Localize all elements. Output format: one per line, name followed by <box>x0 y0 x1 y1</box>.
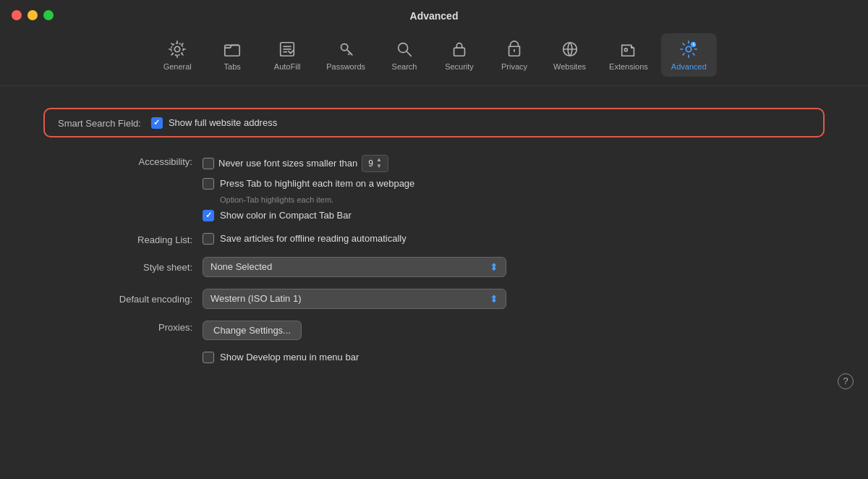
smart-search-field-row: Smart Search Field: Show full website ad… <box>43 108 825 137</box>
privacy-icon <box>504 39 524 59</box>
default-encoding-label: Default encoding: <box>43 292 203 305</box>
tab-autofill[interactable]: AutoFill <box>261 33 313 77</box>
never-font-size-row: Never use font sizes smaller than 9 ▲ ▼ <box>203 155 414 172</box>
accessibility-content: Never use font sizes smaller than 9 ▲ ▼ … <box>203 155 414 221</box>
tab-general[interactable]: General <box>151 33 203 77</box>
font-size-stepper[interactable]: ▲ ▼ <box>376 157 382 170</box>
show-color-row: Show color in Compact Tab Bar <box>203 210 414 221</box>
develop-menu-spacer <box>43 357 203 358</box>
minimize-button[interactable] <box>27 10 38 20</box>
tab-tabs-label: Tabs <box>224 62 241 71</box>
window-title: Advanced <box>410 10 459 22</box>
svg-rect-13 <box>624 48 627 51</box>
style-sheet-label: Style sheet: <box>43 260 203 273</box>
tab-passwords[interactable]: Passwords <box>316 33 375 77</box>
develop-menu-row: Show Develop menu in menu bar <box>43 352 825 370</box>
style-sheet-chevron: ⬍ <box>490 261 498 273</box>
svg-point-0 <box>174 46 179 51</box>
svg-rect-2 <box>225 45 239 56</box>
develop-menu-checkbox-row: Show Develop menu in menu bar <box>203 352 359 363</box>
tab-security-label: Security <box>445 62 474 71</box>
close-button[interactable] <box>12 10 22 20</box>
tab-tabs[interactable]: Tabs <box>206 33 258 77</box>
show-color-checkbox[interactable] <box>203 210 214 221</box>
svg-line-9 <box>407 51 411 56</box>
tab-privacy-label: Privacy <box>501 62 527 71</box>
svg-point-14 <box>686 46 692 51</box>
smart-search-label: Smart Search Field: <box>58 116 151 129</box>
tab-search-label: Search <box>392 62 417 71</box>
never-font-size-checkbox[interactable] <box>203 158 214 169</box>
develop-menu-checkbox[interactable] <box>203 352 214 363</box>
show-color-label: Show color in Compact Tab Bar <box>220 210 352 221</box>
advanced-icon <box>678 39 699 59</box>
autofill-icon <box>277 39 297 59</box>
window-controls <box>12 10 54 20</box>
press-tab-checkbox[interactable] <box>203 178 214 190</box>
maximize-button[interactable] <box>43 10 54 20</box>
proxies-label: Proxies: <box>43 321 203 333</box>
tab-privacy[interactable]: Privacy <box>488 33 540 77</box>
save-articles-checkbox[interactable] <box>203 233 214 245</box>
search-icon <box>394 39 414 59</box>
reading-list-label: Reading List: <box>43 233 203 245</box>
style-sheet-select[interactable]: None Selected ⬍ <box>203 257 506 277</box>
tab-autofill-label: AutoFill <box>274 62 301 71</box>
general-icon <box>167 39 187 59</box>
default-encoding-row: Default encoding: Western (ISO Latin 1) … <box>43 289 825 309</box>
tab-hint-text: Option-Tab highlights each item. <box>203 195 414 204</box>
save-articles-label: Save articles for offline reading automa… <box>220 233 407 244</box>
tab-security[interactable]: Security <box>433 33 485 77</box>
passwords-icon <box>336 39 356 59</box>
press-tab-label: Press Tab to highlight each item on a we… <box>220 178 414 189</box>
save-articles-row: Save articles for offline reading automa… <box>203 233 407 245</box>
tab-websites-label: Websites <box>553 62 586 71</box>
default-encoding-value: Western (ISO Latin 1) <box>210 293 301 304</box>
never-font-size-label: Never use font sizes smaller than <box>218 158 357 169</box>
show-full-address-checkbox[interactable] <box>151 117 163 129</box>
reading-list-content: Save articles for offline reading automa… <box>203 233 407 245</box>
develop-menu-label: Show Develop menu in menu bar <box>220 352 359 363</box>
font-size-value: 9 <box>368 158 373 169</box>
show-full-address-label: Show full website address <box>169 117 277 128</box>
title-bar: Advanced <box>0 0 868 29</box>
default-encoding-chevron: ⬍ <box>490 293 498 305</box>
tab-search[interactable]: Search <box>378 33 430 77</box>
font-size-box[interactable]: 9 ▲ ▼ <box>362 155 388 172</box>
style-sheet-row: Style sheet: None Selected ⬍ <box>43 257 825 277</box>
tabs-icon <box>222 39 242 59</box>
svg-rect-10 <box>454 48 465 56</box>
tab-websites[interactable]: Websites <box>543 33 596 77</box>
content-area: Smart Search Field: Show full website ad… <box>0 86 868 404</box>
proxies-row: Proxies: Change Settings... <box>43 321 825 340</box>
tab-general-label: General <box>163 62 192 71</box>
help-button[interactable]: ? <box>838 373 854 389</box>
toolbar: General Tabs AutoFill Passwords Search S… <box>0 29 868 86</box>
accessibility-label: Accessibility: <box>43 155 203 167</box>
tab-advanced[interactable]: Advanced <box>661 33 717 77</box>
reading-list-row: Reading List: Save articles for offline … <box>43 233 825 245</box>
extensions-icon <box>618 39 639 59</box>
tab-extensions[interactable]: Extensions <box>599 33 658 77</box>
tab-passwords-label: Passwords <box>326 62 365 71</box>
default-encoding-select[interactable]: Western (ISO Latin 1) ⬍ <box>203 289 506 309</box>
accessibility-row: Accessibility: Never use font sizes smal… <box>43 155 825 221</box>
style-sheet-value: None Selected <box>210 261 272 272</box>
security-icon <box>449 39 469 59</box>
press-tab-row: Press Tab to highlight each item on a we… <box>203 178 414 190</box>
tab-advanced-label: Advanced <box>671 62 707 71</box>
svg-point-7 <box>341 44 348 51</box>
tab-extensions-label: Extensions <box>609 62 648 71</box>
websites-icon <box>560 39 580 59</box>
change-settings-button[interactable]: Change Settings... <box>203 321 302 340</box>
